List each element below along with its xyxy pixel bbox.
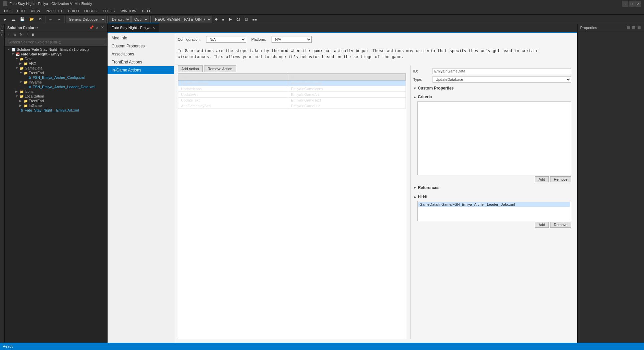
id-input[interactable] [433, 68, 571, 74]
remove-action-button[interactable]: Remove Action [204, 65, 236, 72]
toolbar-btn-7[interactable]: → [55, 16, 63, 23]
menu-build[interactable]: BUILD [65, 8, 82, 14]
debugger-dropdown[interactable]: Generic Debugger [66, 16, 106, 23]
tab-close-button[interactable]: ✕ [152, 26, 155, 30]
se-refresh-btn[interactable]: ↻ [18, 32, 23, 37]
menu-edit[interactable]: EDIT [14, 8, 28, 14]
table-row[interactable]: UpdateText EmiyaInGameText [178, 98, 406, 103]
menu-window[interactable]: WINDOW [118, 8, 139, 14]
add-criteria-button[interactable]: Add [535, 176, 549, 182]
platform-dropdown[interactable]: Civ6 [131, 16, 149, 23]
tree-ingame[interactable]: ▼ 📁 InGame [5, 80, 107, 84]
table-row[interactable]: AddGameplayScri EmiyaInGameLua [178, 103, 406, 109]
files-section-header[interactable]: ▲ Files [413, 193, 571, 200]
se-close-button[interactable]: ✕ [100, 25, 105, 30]
toolbar-btn-1[interactable]: ► [1, 16, 9, 23]
se-tree: ▼ 📄 Solution 'Fate Stay Night - Emiya' (… [5, 46, 107, 343]
se-search-input[interactable] [7, 39, 105, 45]
menu-view[interactable]: VIEW [28, 8, 43, 14]
requirement-dropdown[interactable]: REQUIREMENT_FATE_QIN_PL... [152, 16, 212, 23]
add-action-button[interactable]: Add Action [178, 65, 203, 72]
tree-arrow-localization: ▼ [15, 95, 19, 98]
action-buttons: Add Action Remove Action [178, 65, 406, 72]
nav-mod-info[interactable]: Mod Info [108, 34, 174, 42]
add-files-button[interactable]: Add [535, 222, 549, 228]
tree-arx[interactable]: ▶ 📁 ARX [5, 61, 107, 66]
menu-file[interactable]: FILE [1, 8, 14, 14]
toolbox-label: Toolbox [1, 25, 4, 36]
criteria-section-header[interactable]: ▲ Criteria [413, 94, 571, 100]
nav-associations[interactable]: Associations [108, 50, 174, 58]
toolbar-btn-9[interactable]: ■ [220, 16, 226, 23]
menu-tools[interactable]: TOOLS [100, 8, 118, 14]
menu-debug[interactable]: DEBUG [82, 8, 100, 14]
tree-file-config[interactable]: ▶ 🗎 FSN_Emiya_Archer_Config.xml [5, 75, 107, 80]
se-toolbar: ← ⌂ ↻ ⋮ ▮ [5, 31, 107, 38]
restore-button[interactable]: ◻ [629, 1, 635, 7]
tree-loc-frontend[interactable]: ▶ 📁 FrontEnd [5, 99, 107, 103]
nav-frontend-actions[interactable]: FrontEnd Actions [108, 58, 174, 66]
tab-area: Fate Stay Night - Emiya ✕ Mod Info Custo… [108, 24, 577, 343]
se-props-btn[interactable]: ▮ [31, 32, 35, 37]
platform-select[interactable]: N/A [272, 36, 312, 43]
toolbar-btn-11[interactable]: 🗘 [234, 16, 242, 23]
remove-criteria-button[interactable]: Remove [550, 176, 571, 182]
toolbar-btn-3[interactable]: 💾 [18, 16, 27, 23]
table-row[interactable]: UpdateArt EmiyaInGameArt [178, 92, 406, 98]
menu-project[interactable]: PROJECT [43, 8, 65, 14]
tree-icons[interactable]: ▶ 📁 Icons [5, 89, 107, 94]
tree-arrow-gamedata: ▼ [15, 66, 19, 70]
custom-props-section-header[interactable]: ▼ Custom Properties [413, 85, 571, 92]
toolbar-btn-13[interactable]: ■■ [251, 16, 259, 23]
prop-panel-sort-btn[interactable]: ▤ [626, 25, 631, 30]
tab-main[interactable]: Fate Stay Night - Emiya ✕ [108, 23, 159, 32]
tree-project[interactable]: ▼ 📅 Fate Stay Night - Emiya [5, 52, 107, 56]
toolbar-btn-12[interactable]: ◻ [243, 16, 250, 23]
tree-loc-ingame[interactable]: ▶ 📁 InGame [5, 103, 107, 108]
action-table: Type Id UpdateDatabase EmiyaInGameData [178, 74, 406, 109]
tree-data[interactable]: ▼ 📁 Data [5, 56, 107, 61]
prop-panel-close-btn[interactable]: ▤ [637, 25, 641, 30]
file-list-item[interactable]: GameData/InGame/FSN_Emiya_Archer_Leader_… [418, 202, 570, 207]
minimize-button[interactable]: − [622, 1, 628, 7]
toolbar-btn-2[interactable]: ▬ [10, 16, 17, 23]
toolbar-btn-5[interactable]: ↺ [37, 16, 44, 23]
configuration-dropdown[interactable]: N/A [206, 36, 246, 43]
tree-solution[interactable]: ▼ 📄 Solution 'Fate Stay Night - Emiya' (… [5, 47, 107, 52]
close-button[interactable]: ✕ [635, 1, 641, 7]
table-row[interactable]: UpdateIcons EmiyaInGameIcons [178, 86, 406, 92]
folder-icons-icon: 📁 [19, 90, 24, 94]
type-row: Type: UpdateDatabase UpdateIcons UpdateA… [413, 76, 571, 83]
se-colapse-btn[interactable]: ⋮ [24, 32, 30, 37]
tree-file-leader[interactable]: ▶ 🗎 FSN_Emiya_Archer_Leader_Data.xml [5, 84, 107, 89]
nav-ingame-actions[interactable]: In-Game Actions [108, 66, 174, 74]
config-dropdown[interactable]: Default [109, 16, 131, 23]
table-row[interactable]: UpdateDatabase EmiyaInGameData [178, 80, 406, 86]
se-pin-button[interactable]: 📌 [89, 25, 95, 30]
toolbox: Toolbox [0, 24, 5, 343]
menu-help[interactable]: HELP [139, 8, 154, 14]
row-type: UpdateIcons [178, 86, 288, 92]
type-dropdown[interactable]: UpdateDatabase UpdateIcons UpdateArt Upd… [433, 76, 571, 83]
nav-custom-props[interactable]: Custom Properties [108, 42, 174, 50]
prop-panel-cat-btn[interactable]: ▥ [631, 25, 636, 30]
toolbar-btn-6[interactable]: ← [47, 16, 54, 23]
tree-gamedata[interactable]: ▼ 📁 GameData [5, 66, 107, 70]
properties-controls: ▤ ▥ ▤ [626, 25, 641, 30]
xml-icon-2: 🗎 [27, 85, 32, 89]
remove-files-button[interactable]: Remove [550, 222, 571, 228]
toolbar-btn-4[interactable]: 📂 [27, 16, 36, 23]
tree-file-art[interactable]: ▶ 🗎 Fate_Stay_Night__Emiya.Art.xml [5, 108, 107, 113]
se-home-btn[interactable]: ⌂ [13, 32, 17, 37]
tree-arx-label: ARX [29, 61, 36, 65]
tree-frontend[interactable]: ▼ 📁 FrontEnd [5, 70, 107, 75]
se-unpin-button[interactable]: ↙ [95, 25, 100, 30]
tree-localization[interactable]: ▼ 📁 Localization [5, 94, 107, 99]
toolbar-btn-10[interactable]: ▶ [227, 16, 234, 23]
se-back-btn[interactable]: ← [6, 32, 12, 37]
criteria-area [417, 102, 571, 175]
toolbar-btn-8[interactable]: ◆ [213, 16, 219, 23]
references-section-header[interactable]: ▼ References [413, 184, 571, 191]
tree-file-art-label: Fate_Stay_Night__Emiya.Art.xml [25, 108, 79, 112]
row-type: UpdateText [178, 98, 288, 103]
